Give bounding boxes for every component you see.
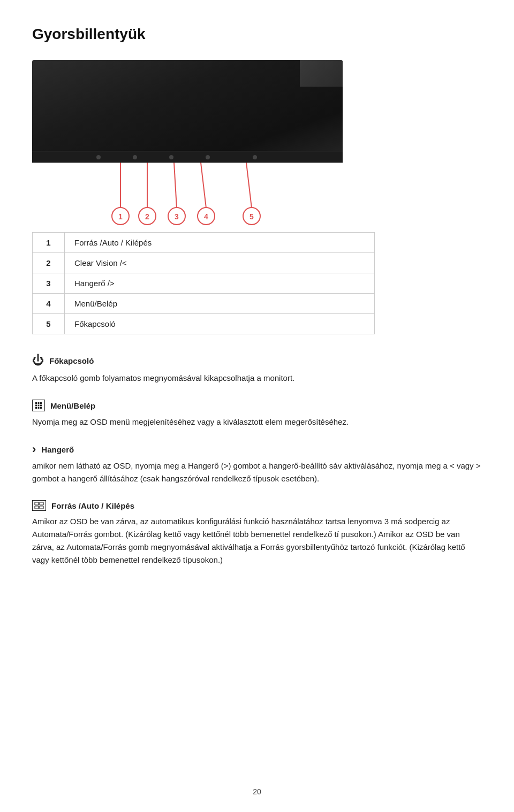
svg-rect-25 <box>40 502 43 505</box>
volume-title: Hangerő <box>41 445 74 454</box>
power-body: A főkapcsoló gomb folyamatos megnyomásáv… <box>32 372 482 385</box>
svg-text:1: 1 <box>118 212 123 221</box>
svg-line-3 <box>201 163 206 208</box>
svg-rect-23 <box>40 407 42 409</box>
volume-body: amikor nem látható az OSD, nyomja meg a … <box>32 459 482 485</box>
svg-text:4: 4 <box>204 212 208 221</box>
table-row: 4 Menü/Belép <box>33 294 375 314</box>
source-section: Forrás /Auto / Kilépés Amikor az OSD be … <box>32 500 482 566</box>
row-label: Menü/Belép <box>65 294 375 314</box>
row-number: 5 <box>33 314 65 334</box>
volume-section: › Hangerő amikor nem látható az OSD, nyo… <box>32 443 482 485</box>
monitor-illustration: 1 2 3 4 5 <box>32 60 343 232</box>
menu-icon <box>32 400 45 411</box>
monitor-button-4 <box>206 155 210 159</box>
page-number: 20 <box>0 787 514 796</box>
svg-rect-24 <box>35 502 39 505</box>
table-row: 1 Forrás /Auto / Kilépés <box>33 233 375 253</box>
button-lines-area: 1 2 3 4 5 <box>32 163 343 232</box>
svg-line-4 <box>246 163 252 208</box>
svg-text:5: 5 <box>250 212 254 221</box>
svg-rect-26 <box>35 506 39 509</box>
svg-text:2: 2 <box>145 212 149 221</box>
input-source-icon <box>32 500 46 511</box>
row-number: 3 <box>33 273 65 294</box>
svg-text:3: 3 <box>175 212 179 221</box>
svg-rect-16 <box>38 402 40 404</box>
row-label: Hangerő /> <box>65 273 375 294</box>
svg-rect-15 <box>35 402 37 404</box>
row-label: Clear Vision /< <box>65 253 375 273</box>
row-number: 2 <box>33 253 65 273</box>
chevron-right-icon: › <box>32 443 36 455</box>
svg-rect-21 <box>35 407 37 409</box>
power-icon: ⏻ <box>32 354 44 367</box>
source-section-header: Forrás /Auto / Kilépés <box>32 500 482 511</box>
menu-body: Nyomja meg az OSD menü megjelenítéséhez … <box>32 416 482 428</box>
power-title: Főkapcsoló <box>49 356 94 365</box>
row-number: 1 <box>33 233 65 253</box>
svg-rect-19 <box>38 405 40 407</box>
source-body: Amikor az OSD be van zárva, az automatik… <box>32 515 482 566</box>
monitor-button-2 <box>133 155 137 159</box>
page-title: Gyorsbillentyük <box>32 26 482 43</box>
svg-rect-20 <box>40 405 42 407</box>
table-row: 5 Főkapcsoló <box>33 314 375 334</box>
table-row: 2 Clear Vision /< <box>33 253 375 273</box>
monitor-base <box>32 151 343 163</box>
svg-rect-22 <box>38 407 40 409</box>
row-label: Főkapcsoló <box>65 314 375 334</box>
monitor-button-1 <box>96 155 101 159</box>
lines-svg: 1 2 3 4 5 <box>32 163 343 232</box>
menu-title: Menü/Belép <box>50 401 95 410</box>
power-section: ⏻ Főkapcsoló A főkapcsoló gomb folyamato… <box>32 354 482 385</box>
power-section-header: ⏻ Főkapcsoló <box>32 354 482 367</box>
menu-section: Menü/Belép Nyomja meg az OSD menü megjel… <box>32 400 482 428</box>
row-number: 4 <box>33 294 65 314</box>
source-title: Forrás /Auto / Kilépés <box>51 501 134 510</box>
svg-rect-18 <box>35 405 37 407</box>
menu-section-header: Menü/Belép <box>32 400 482 411</box>
svg-rect-27 <box>40 506 43 509</box>
svg-line-2 <box>174 163 177 208</box>
monitor-button-3 <box>169 155 173 159</box>
volume-section-header: › Hangerő <box>32 443 482 455</box>
monitor-screen <box>32 60 343 151</box>
shortcut-table: 1 Forrás /Auto / Kilépés 2 Clear Vision … <box>32 232 375 334</box>
row-label: Forrás /Auto / Kilépés <box>65 233 375 253</box>
svg-rect-17 <box>40 402 42 404</box>
table-row: 3 Hangerő /> <box>33 273 375 294</box>
monitor-button-5 <box>253 155 257 159</box>
